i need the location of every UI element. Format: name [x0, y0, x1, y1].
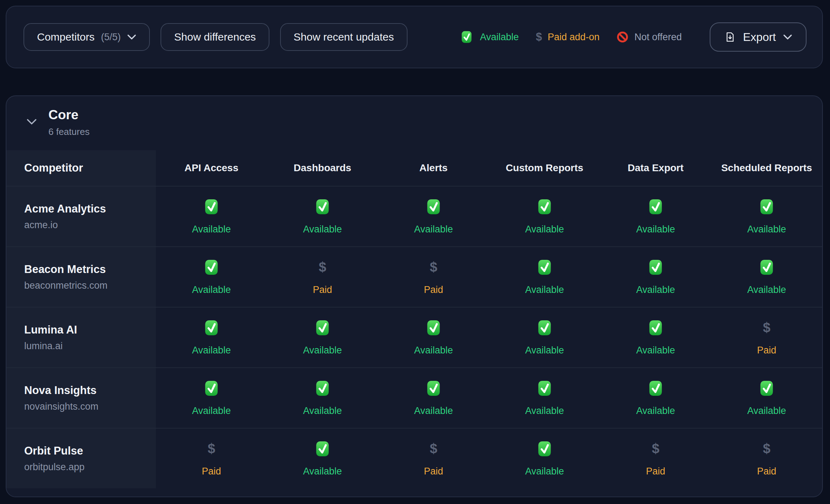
table-header-row: Competitor API AccessDashboardsAlertsCus… — [6, 150, 822, 186]
competitor-domain: acme.io — [24, 220, 156, 231]
dollar-icon: $ — [430, 440, 437, 457]
feature-status-cell-available: Available — [156, 187, 267, 246]
chevron-down-icon — [127, 34, 136, 40]
status-label: Available — [525, 224, 564, 235]
competitor-cell[interactable]: Nova Insightsnovainsights.com — [6, 368, 156, 428]
competitor-name: Orbit Pulse — [24, 445, 156, 457]
check-icon — [537, 319, 552, 336]
status-label: Available — [414, 224, 453, 235]
export-label: Export — [743, 31, 776, 44]
check-icon — [461, 30, 473, 43]
competitor-column-header: Competitor — [6, 150, 156, 186]
feature-status-cell-available: Available — [711, 368, 822, 428]
competitors-dropdown-label: Competitors — [37, 31, 95, 43]
check-icon — [426, 319, 441, 336]
competitor-cell[interactable]: Orbit Pulseorbitpulse.app — [6, 429, 156, 488]
feature-status-cell-paid: $Paid — [600, 429, 711, 488]
feature-status-cell-available: Available — [156, 308, 267, 367]
check-icon — [537, 259, 552, 276]
dollar-icon: $ — [536, 31, 542, 43]
feature-status-cell-available: Available — [600, 187, 711, 246]
feature-status-cell-available: Available — [156, 368, 267, 428]
competitor-cell[interactable]: Acme Analyticsacme.io — [6, 187, 156, 246]
check-icon — [537, 198, 552, 215]
feature-status-cell-available: Available — [489, 429, 600, 488]
check-icon — [648, 198, 663, 215]
check-icon — [426, 380, 441, 397]
check-icon — [426, 198, 441, 215]
feature-status-cell-available: Available — [489, 308, 600, 367]
table-row: Beacon Metricsbeaconmetrics.com Availabl… — [6, 246, 822, 307]
check-icon — [315, 380, 330, 397]
check-icon — [315, 440, 330, 457]
competitor-domain: novainsights.com — [24, 401, 156, 412]
section-collapse-chevron-icon[interactable] — [26, 118, 37, 125]
check-icon — [759, 198, 774, 215]
table-row: Acme Analyticsacme.io Available Availabl… — [6, 186, 822, 246]
status-label: Available — [525, 284, 564, 295]
feature-column-header: Custom Reports — [489, 150, 600, 186]
competitor-domain: orbitpulse.app — [24, 462, 156, 473]
check-icon — [537, 198, 552, 215]
competitor-cell[interactable]: Beacon Metricsbeaconmetrics.com — [6, 247, 156, 307]
status-label: Available — [192, 345, 231, 356]
status-label: Available — [192, 284, 231, 295]
status-label: Available — [303, 345, 342, 356]
legend-not-offered-label: Not offered — [634, 32, 682, 43]
competitors-dropdown[interactable]: Competitors (5/5) — [23, 23, 150, 51]
check-icon — [204, 198, 219, 215]
feature-column-header: Data Export — [600, 150, 711, 186]
status-label: Paid — [757, 345, 776, 356]
competitors-count: (5/5) — [101, 32, 121, 43]
status-label: Available — [303, 224, 342, 235]
export-button[interactable]: Export — [710, 22, 807, 52]
status-label: Paid — [202, 466, 221, 477]
check-icon — [204, 259, 219, 276]
feature-column-header: Alerts — [378, 150, 489, 186]
check-icon — [648, 380, 663, 397]
show-recent-updates-label: Show recent updates — [294, 31, 394, 43]
check-icon — [759, 380, 774, 397]
feature-status-cell-available: Available — [267, 187, 378, 246]
check-icon — [537, 440, 552, 457]
comparison-matrix-card: Core 6 features Competitor API AccessDas… — [6, 95, 823, 497]
chevron-down-icon — [783, 34, 792, 40]
dollar-icon: $ — [430, 259, 437, 276]
status-label: Paid — [313, 284, 332, 295]
feature-status-cell-paid: $Paid — [711, 429, 822, 488]
check-icon — [759, 259, 774, 276]
toolbar: Competitors (5/5) Show differences Show … — [6, 6, 823, 68]
feature-status-cell-available: Available — [378, 368, 489, 428]
competitor-name: Lumina AI — [24, 324, 156, 336]
competitor-cell[interactable]: Lumina AIlumina.ai — [6, 308, 156, 367]
check-icon — [204, 380, 219, 397]
table-row: Lumina AIlumina.ai Available Available A… — [6, 307, 822, 367]
check-icon — [426, 319, 441, 336]
feature-status-cell-available: Available — [156, 247, 267, 307]
check-icon — [315, 319, 330, 336]
dollar-icon: $ — [763, 319, 770, 336]
section-feature-count: 6 features — [48, 126, 90, 137]
show-recent-updates-button[interactable]: Show recent updates — [280, 23, 408, 51]
feature-status-cell-available: Available — [489, 187, 600, 246]
section-title: Core — [48, 107, 90, 123]
check-icon — [204, 259, 219, 276]
status-label: Available — [525, 345, 564, 356]
show-differences-button[interactable]: Show differences — [161, 23, 269, 51]
feature-column-header: Scheduled Reports — [711, 150, 822, 186]
status-label: Available — [747, 405, 786, 416]
status-label: Available — [192, 224, 231, 235]
status-label: Available — [636, 284, 675, 295]
status-label: Available — [303, 405, 342, 416]
dollar-icon: $ — [763, 440, 770, 457]
status-label: Available — [525, 466, 564, 477]
no-entry-icon — [616, 31, 629, 43]
status-label: Available — [192, 405, 231, 416]
table-row: Nova Insightsnovainsights.com Available … — [6, 367, 822, 428]
feature-status-cell-paid: $Paid — [156, 429, 267, 488]
check-icon — [759, 380, 774, 397]
check-icon — [648, 259, 663, 276]
competitor-name: Acme Analytics — [24, 203, 156, 215]
feature-status-cell-available: Available — [267, 368, 378, 428]
section-header-core[interactable]: Core 6 features — [6, 96, 822, 150]
